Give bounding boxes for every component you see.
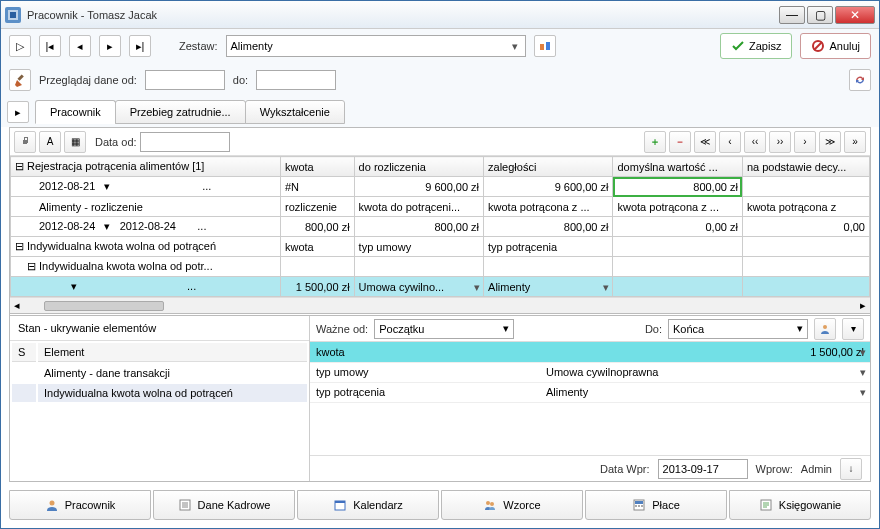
- page-prev2-icon[interactable]: ‹‹: [744, 131, 766, 153]
- col-domyslna[interactable]: domyślna wartość ...: [613, 157, 742, 177]
- down-arrow-icon[interactable]: ↓: [840, 458, 862, 480]
- svg-point-9: [49, 501, 54, 506]
- toolbar-1: ▷ |◂ ◂ ▸ ▸| Zestaw: Alimenty ▾ Zapisz An…: [1, 29, 879, 63]
- details-pane: Stan - ukrywanie elementów SElement Alim…: [10, 313, 870, 481]
- nav-prev-icon[interactable]: ◂: [69, 35, 91, 57]
- table-row[interactable]: 2012-08-21 ▾ ... #N 9 600,00 zł 9 600,00…: [11, 177, 870, 197]
- cancel-button[interactable]: Anuluj: [800, 33, 871, 59]
- grid-icon[interactable]: ▦: [64, 131, 86, 153]
- app-icon: [5, 7, 21, 23]
- svg-point-17: [490, 502, 494, 506]
- dropdown-icon: ▾: [507, 40, 523, 53]
- table-row-selected[interactable]: ▾ ... 1 500,00 zł Umowa cywilno... Alime…: [11, 277, 870, 297]
- table-row[interactable]: ⊟ Indywidualna kwota wolna od potr...: [11, 257, 870, 277]
- window-title: Pracownik - Tomasz Jacak: [27, 9, 779, 21]
- btab-pracownik[interactable]: Pracownik: [9, 490, 151, 520]
- left-header: Stan - ukrywanie elementów: [10, 316, 309, 341]
- zestaw-edit-icon[interactable]: [534, 35, 556, 57]
- zestaw-value: Alimenty: [231, 40, 273, 52]
- svg-line-5: [814, 42, 822, 50]
- prop-row[interactable]: kwota 1 500,00 zł▾: [310, 342, 870, 362]
- table-row[interactable]: ⊟ Indywidualna kwota wolna od potrąceń k…: [11, 237, 870, 257]
- col-rozliczenia[interactable]: do rozliczenia: [354, 157, 483, 177]
- wprow-value: Admin: [801, 463, 832, 475]
- tab-przebieg[interactable]: Przebieg zatrudnie...: [115, 100, 246, 124]
- validity-bar: Ważne od: Początku▾ Do: Końca▾ ▾: [310, 316, 870, 342]
- btab-ksiegowanie[interactable]: Księgowanie: [729, 490, 871, 520]
- toolbar-2: Przeglądaj dane od: do:: [1, 63, 879, 97]
- zestaw-label: Zestaw:: [179, 40, 218, 52]
- page-next2-icon[interactable]: ››: [769, 131, 791, 153]
- property-table: kwota 1 500,00 zł▾ typ umowy Umowa cywil…: [310, 342, 870, 403]
- arrow-down-icon[interactable]: ▾: [842, 318, 864, 340]
- list-item[interactable]: Indywidualna kwota wolna od potrąceń: [12, 384, 307, 402]
- col-kwota[interactable]: kwota: [281, 157, 355, 177]
- btab-danekadrowe[interactable]: Dane Kadrowe: [153, 490, 295, 520]
- data-grid[interactable]: ⊟ Rejestracja potrącenia alimentów [1] k…: [10, 156, 870, 297]
- wazne-od-select[interactable]: Początku▾: [374, 319, 514, 339]
- remove-icon[interactable]: －: [669, 131, 691, 153]
- horizontal-scrollbar[interactable]: ◂▸: [10, 297, 870, 313]
- nav-next-icon[interactable]: ▸: [99, 35, 121, 57]
- refresh-icon[interactable]: [849, 69, 871, 91]
- svg-rect-6: [17, 74, 23, 80]
- prop-row[interactable]: typ umowy Umowa cywilnoprawna▾: [310, 362, 870, 382]
- left-pane: Stan - ukrywanie elementów SElement Alim…: [10, 316, 310, 481]
- page-prev-icon[interactable]: ‹: [719, 131, 741, 153]
- table-row[interactable]: Alimenty - rozliczenie rozliczenie kwota…: [11, 197, 870, 217]
- content-pane: A ▦ Data od: ＋ － ≪ ‹ ‹‹ ›› › ≫ » ⊟ Rejes…: [9, 127, 871, 482]
- svg-rect-19: [635, 501, 643, 504]
- svg-point-16: [486, 501, 490, 505]
- list-item[interactable]: Alimenty - dane transakcji: [12, 364, 307, 382]
- nav-last-icon[interactable]: ▸|: [129, 35, 151, 57]
- minimize-button[interactable]: —: [779, 6, 805, 24]
- page-next-icon[interactable]: ›: [794, 131, 816, 153]
- maximize-button[interactable]: ▢: [807, 6, 833, 24]
- data-od-label: Data od:: [95, 136, 137, 148]
- settings-icon[interactable]: [14, 131, 36, 153]
- zestaw-select[interactable]: Alimenty ▾: [226, 35, 526, 57]
- tab-wyksztalcenie[interactable]: Wykształcenie: [245, 100, 345, 124]
- data-wpr-input[interactable]: [658, 459, 748, 479]
- svg-rect-20: [635, 505, 637, 507]
- btab-wzorce[interactable]: Wzorce: [441, 490, 583, 520]
- add-icon[interactable]: ＋: [644, 131, 666, 153]
- btab-kalendarz[interactable]: Kalendarz: [297, 490, 439, 520]
- titlebar: Pracownik - Tomasz Jacak — ▢ ✕: [1, 1, 879, 29]
- do-select[interactable]: Końca▾: [668, 319, 808, 339]
- mini-toolbar: A ▦ Data od: ＋ － ≪ ‹ ‹‹ ›› › ≫ »: [10, 128, 870, 156]
- wprow-label: Wprow:: [756, 463, 793, 475]
- edit-icon[interactable]: [9, 69, 31, 91]
- nav-play-icon[interactable]: ▷: [9, 35, 31, 57]
- svg-point-8: [823, 325, 827, 329]
- col-podstawie[interactable]: na podstawie decy...: [742, 157, 869, 177]
- page-end-icon[interactable]: »: [844, 131, 866, 153]
- date-from-input[interactable]: [145, 70, 225, 90]
- prop-row[interactable]: typ potrącenia Alimenty▾: [310, 382, 870, 402]
- col-zaleglosci[interactable]: zaległości: [484, 157, 613, 177]
- tab-pracownik[interactable]: Pracownik: [35, 100, 116, 124]
- page-first-icon[interactable]: ≪: [694, 131, 716, 153]
- table-row[interactable]: 2012-08-24 ▾ 2012-08-24 ... 800,00 zł 80…: [11, 217, 870, 237]
- close-button[interactable]: ✕: [835, 6, 875, 24]
- user-icon[interactable]: [814, 318, 836, 340]
- nav-first-icon[interactable]: |◂: [39, 35, 61, 57]
- element-list[interactable]: SElement Alimenty - dane transakcji Indy…: [10, 341, 309, 404]
- svg-rect-1: [10, 12, 16, 18]
- svg-rect-2: [540, 44, 544, 50]
- svg-rect-7: [23, 140, 27, 144]
- date-to-input[interactable]: [256, 70, 336, 90]
- bottom-tabs: Pracownik Dane Kadrowe Kalendarz Wzorce …: [9, 490, 871, 520]
- a-icon[interactable]: A: [39, 131, 61, 153]
- tab-scroll-icon[interactable]: ▸: [7, 101, 29, 123]
- window-buttons: — ▢ ✕: [779, 6, 875, 24]
- svg-rect-15: [335, 501, 345, 503]
- data-od-input[interactable]: [140, 132, 230, 152]
- col-tree: ⊟ Rejestracja potrącenia alimentów [1]: [11, 157, 281, 177]
- page-last-icon[interactable]: ≫: [819, 131, 841, 153]
- browse-to-label: do:: [233, 74, 248, 86]
- wazne-od-label: Ważne od:: [316, 323, 368, 335]
- right-pane: Ważne od: Początku▾ Do: Końca▾ ▾ kwo: [310, 316, 870, 481]
- btab-place[interactable]: Płace: [585, 490, 727, 520]
- save-button[interactable]: Zapisz: [720, 33, 792, 59]
